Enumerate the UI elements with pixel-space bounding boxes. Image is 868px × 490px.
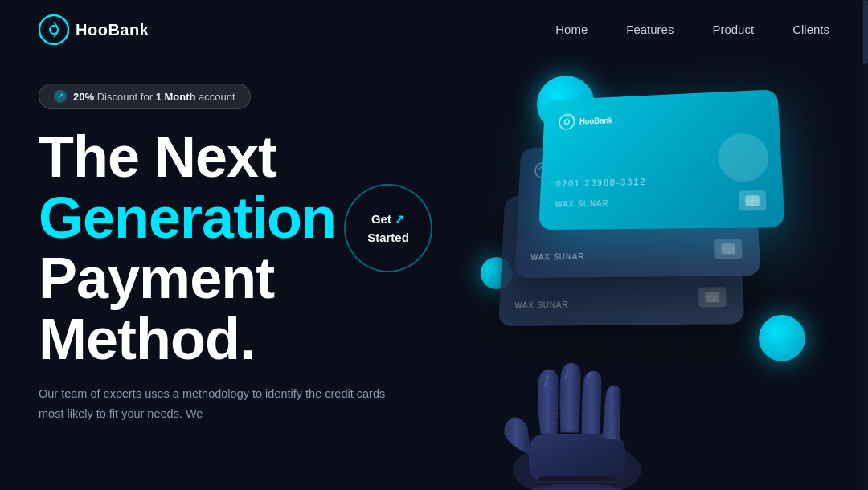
card1-holder: WAX SUNAR — [555, 198, 608, 208]
chip-icon3 — [743, 194, 761, 207]
hero-description: Our team of experts uses a methodology t… — [39, 384, 392, 423]
cards-stack: HooBank WAX SUNAR — [505, 92, 778, 300]
robot-hand-svg — [465, 321, 690, 490]
badge-arrow-icon: ↗ — [54, 90, 67, 103]
payment-card-1: HooBank 0201 23988-3312 WAX SUNAR — [538, 89, 784, 230]
nav-product-link[interactable]: Product — [712, 22, 754, 36]
card1-top: HooBank — [559, 105, 763, 130]
card3-chip — [698, 287, 727, 308]
nav-home-link[interactable]: Home — [555, 22, 588, 36]
hoobank-logo-icon — [39, 14, 69, 45]
hero-left: ↗ 20% Discount for 1 Month account The N… — [39, 67, 457, 424]
chip-icon2 — [719, 242, 737, 255]
card1-logo-icon — [559, 113, 575, 130]
nav-clients-link[interactable]: Clients — [792, 22, 829, 36]
discount-badge: ↗ 20% Discount for 1 Month account — [39, 84, 251, 109]
badge-percent: 20% Discount for 1 Month account — [73, 91, 235, 103]
hero-right: HooBank WAX SUNAR — [457, 67, 829, 490]
svg-point-10 — [559, 114, 575, 129]
card3-holder: WAX SUNAR — [514, 300, 568, 310]
card2-chip — [714, 239, 743, 259]
card1-logo: HooBank — [559, 112, 613, 130]
get-started-wrapper: Get ↗ Started — [344, 184, 432, 272]
nav-features-link[interactable]: Features — [626, 22, 674, 36]
brand-name: HooBank — [76, 21, 149, 39]
card2-bottom: WAX SUNAR — [530, 239, 743, 262]
card2-holder: WAX SUNAR — [530, 252, 584, 262]
hero-section: ↗ 20% Discount for 1 Month account The N… — [0, 59, 868, 490]
nav-links: Home Features Product Clients — [555, 22, 829, 37]
svg-point-0 — [39, 15, 68, 44]
heading-line1: The Next — [39, 127, 457, 188]
svg-point-1 — [50, 26, 58, 34]
brand-logo[interactable]: HooBank — [39, 14, 149, 45]
robot-hand — [465, 321, 690, 490]
orb-bottom-right — [759, 315, 805, 361]
get-started-label2: Started — [367, 229, 409, 246]
navbar: HooBank Home Features Product Clients — [0, 0, 868, 59]
get-started-label: Get ↗ — [371, 210, 405, 227]
heading-line4: Method. — [39, 309, 457, 370]
scrollbar[interactable] — [863, 0, 868, 490]
card1-chip — [739, 190, 767, 211]
svg-rect-16 — [529, 434, 625, 482]
svg-point-11 — [564, 120, 569, 125]
get-started-button[interactable]: Get ↗ Started — [344, 184, 432, 272]
card3-bottom: WAX SUNAR — [514, 287, 727, 310]
chip-icon — [703, 290, 721, 304]
